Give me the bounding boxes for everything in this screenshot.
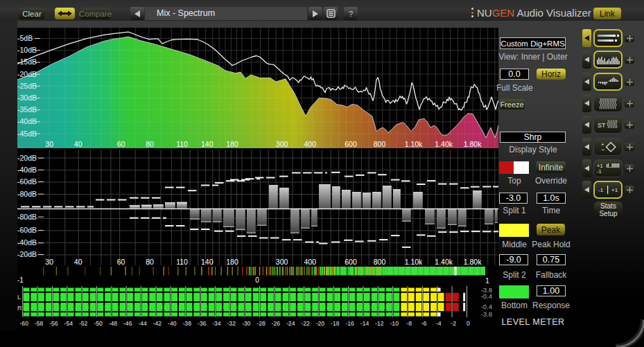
svg-text:0: 0 (255, 276, 259, 284)
svg-text:-1: -1 (597, 168, 602, 175)
svg-text:-52: -52 (79, 320, 88, 327)
svg-text:-50: -50 (94, 320, 103, 327)
svg-text:-40dB: -40dB (17, 238, 37, 247)
svg-text:400: 400 (304, 258, 317, 266)
svg-text:1.10k: 1.10k (405, 258, 423, 266)
svg-text:-54: -54 (64, 320, 73, 327)
svg-text:300: 300 (276, 258, 288, 266)
svg-text:-56: -56 (49, 320, 58, 327)
svg-text:-18: -18 (331, 320, 340, 327)
svg-text:-40dB: -40dB (17, 166, 37, 174)
svg-text:-25dB: -25dB (17, 82, 37, 90)
svg-text:60: 60 (117, 140, 125, 148)
svg-text:-32: -32 (227, 320, 236, 327)
svg-text:-58: -58 (35, 320, 44, 327)
svg-text:-60dB: -60dB (17, 226, 37, 234)
svg-text:-26: -26 (272, 320, 281, 327)
svg-text:-20dB: -20dB (17, 250, 37, 258)
svg-text:-60: -60 (19, 320, 28, 327)
svg-text:-45dB: -45dB (17, 130, 37, 138)
svg-text:110: 110 (176, 258, 188, 266)
svg-text:180: 180 (226, 140, 238, 148)
svg-text:-1: -1 (17, 276, 24, 284)
svg-text:-40dB: -40dB (17, 117, 37, 125)
svg-text:-30: -30 (242, 320, 251, 327)
svg-text:-5dB: -5dB (17, 34, 33, 42)
svg-text:1.40k: 1.40k (435, 140, 453, 148)
svg-text:-35dB: -35dB (17, 105, 37, 114)
svg-text:-20dB: -20dB (17, 154, 37, 162)
svg-text:1.80k: 1.80k (464, 258, 482, 266)
svg-text:R: R (17, 304, 22, 312)
svg-text:-14: -14 (360, 320, 369, 327)
svg-text:-10: -10 (390, 320, 399, 327)
svg-text:-28: -28 (256, 320, 266, 327)
svg-text:30: 30 (45, 258, 53, 266)
svg-text:-46: -46 (123, 320, 132, 327)
svg-text:ST: ST (598, 122, 606, 129)
svg-text:-30dB: -30dB (17, 94, 37, 102)
svg-text:-16: -16 (345, 320, 354, 327)
svg-text:-22: -22 (301, 320, 310, 327)
svg-text:+1: +1 (611, 187, 618, 193)
svg-text:0: 0 (467, 320, 470, 327)
svg-text:L: L (17, 293, 21, 301)
svg-text:-0.4: -0.4 (481, 292, 492, 300)
svg-text:60: 60 (117, 258, 125, 266)
svg-text:180: 180 (226, 258, 238, 266)
svg-text:-40: -40 (168, 320, 177, 327)
svg-text:-60dB: -60dB (17, 177, 37, 186)
svg-text:600: 600 (345, 140, 357, 148)
svg-text:-6: -6 (421, 320, 427, 327)
svg-text:-44: -44 (138, 320, 147, 327)
svg-text:1.10k: 1.10k (405, 140, 423, 148)
svg-text:140: 140 (201, 140, 214, 148)
svg-text:80: 80 (146, 140, 154, 148)
svg-text:-3.8: -3.8 (481, 310, 492, 318)
svg-text:800: 800 (374, 258, 386, 266)
svg-text:-4: -4 (436, 320, 442, 327)
svg-text:-80dB: -80dB (17, 190, 37, 198)
svg-text:40: 40 (74, 258, 82, 266)
svg-text:-42: -42 (153, 320, 162, 327)
svg-text:300: 300 (276, 140, 288, 148)
svg-text:-15dB: -15dB (17, 57, 37, 66)
svg-text:-48: -48 (109, 320, 118, 327)
svg-text:-12: -12 (375, 320, 384, 327)
svg-text:-20dB: -20dB (17, 70, 37, 78)
svg-text:-80dB: -80dB (17, 213, 37, 221)
svg-text:-1: -1 (598, 187, 604, 193)
svg-text:1: 1 (485, 277, 489, 285)
svg-text:600: 600 (345, 258, 357, 266)
svg-text:-8: -8 (406, 320, 412, 327)
svg-text:-34: -34 (212, 320, 221, 327)
svg-text:800: 800 (374, 140, 386, 148)
svg-text:140: 140 (201, 258, 214, 266)
svg-text:-36: -36 (198, 320, 207, 327)
svg-text:−: − (601, 146, 604, 153)
svg-text:-24: -24 (286, 320, 295, 327)
svg-text:-20: -20 (316, 320, 325, 327)
svg-text:-38: -38 (182, 320, 191, 327)
svg-text:30: 30 (45, 140, 53, 148)
svg-text:1.80k: 1.80k (464, 140, 482, 148)
svg-text:80: 80 (146, 258, 154, 266)
svg-text:1.40k: 1.40k (435, 258, 453, 266)
svg-text:-10dB: -10dB (17, 46, 37, 54)
svg-text:400: 400 (304, 140, 317, 148)
svg-text:-2: -2 (451, 320, 456, 327)
svg-text:40: 40 (74, 140, 82, 148)
svg-text:110: 110 (176, 140, 188, 148)
svg-text:-0.4: -0.4 (481, 303, 492, 310)
